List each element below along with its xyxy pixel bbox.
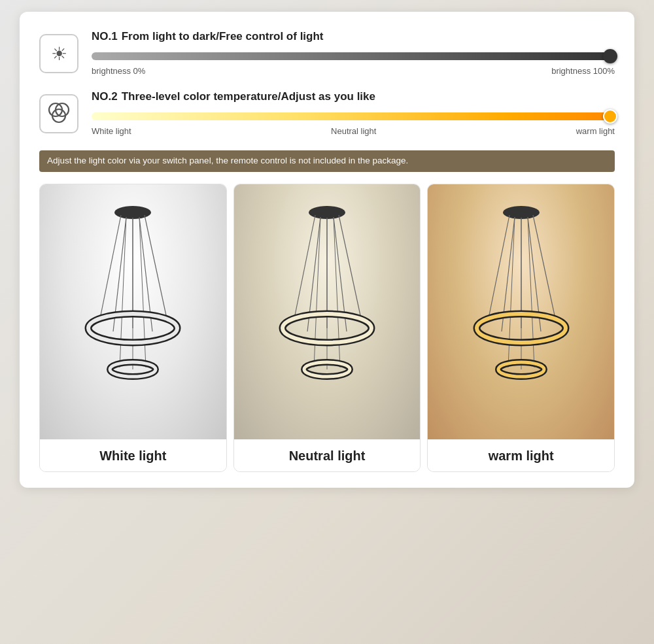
neutral-chandelier-svg (255, 201, 399, 423)
color-thumb[interactable] (603, 109, 617, 124)
color-icon-box (39, 94, 78, 133)
color-title: NO.2 Three-level color temperature/Adjus… (92, 90, 615, 103)
color-temp-section: NO.2 Three-level color temperature/Adjus… (39, 90, 615, 136)
brightness-min-label: brightness 0% (92, 66, 145, 76)
neutral-light-image (234, 184, 421, 439)
brightness-title-text: From light to dark/Free control of light (122, 30, 324, 43)
circles-icon-svg (47, 100, 71, 124)
brightness-slider-wrapper[interactable] (92, 50, 615, 63)
brightness-labels: brightness 0% brightness 100% (92, 66, 615, 76)
brightness-icon-box: ☀ (39, 34, 78, 73)
warm-light-label: warm light (428, 439, 614, 471)
brightness-no: NO.1 (92, 30, 118, 43)
brightness-section: ☀ NO.1 From light to dark/Free control o… (39, 30, 615, 76)
light-grid: White light (39, 184, 615, 472)
white-light-image (40, 184, 226, 439)
notice-banner: Adjust the light color via your switch p… (39, 150, 615, 172)
color-label-warm: warm light (576, 126, 615, 136)
color-title-text: Three-level color temperature/Adjust as … (122, 90, 375, 103)
svg-point-3 (114, 206, 151, 219)
warm-light-image (428, 184, 614, 439)
svg-line-4 (100, 215, 121, 318)
neutral-light-card: Neutral light (233, 184, 421, 472)
white-light-label: White light (40, 439, 226, 471)
color-labels: White light Neutral light warm light (92, 126, 615, 136)
color-label-white: White light (92, 126, 131, 136)
warm-chandelier-svg (449, 201, 593, 423)
color-icon (47, 100, 71, 128)
notice-text: Adjust the light color via your switch p… (47, 156, 408, 165)
white-chandelier-svg (61, 201, 205, 423)
color-slider-wrapper[interactable] (92, 110, 615, 123)
main-card: ☀ NO.1 From light to dark/Free control o… (20, 12, 634, 488)
color-content: NO.2 Three-level color temperature/Adjus… (92, 90, 615, 136)
svg-line-8 (145, 215, 167, 318)
brightness-max-label: brightness 100% (551, 66, 615, 76)
color-track[interactable] (92, 112, 615, 120)
svg-line-34 (533, 215, 555, 318)
warm-light-card: warm light (427, 184, 615, 472)
color-no: NO.2 (92, 90, 118, 103)
neutral-light-label: Neutral light (234, 439, 421, 471)
brightness-track[interactable] (92, 52, 615, 60)
white-light-card: White light (39, 184, 227, 472)
svg-line-21 (339, 215, 361, 318)
svg-line-30 (489, 215, 509, 318)
svg-point-29 (503, 206, 540, 219)
svg-line-17 (294, 215, 315, 318)
brightness-title: NO.1 From light to dark/Free control of … (92, 30, 615, 43)
brightness-thumb[interactable] (603, 49, 617, 63)
color-label-neutral: Neutral light (331, 126, 376, 136)
brightness-content: NO.1 From light to dark/Free control of … (92, 30, 615, 76)
sun-icon: ☀ (51, 43, 67, 65)
svg-point-16 (309, 206, 345, 219)
